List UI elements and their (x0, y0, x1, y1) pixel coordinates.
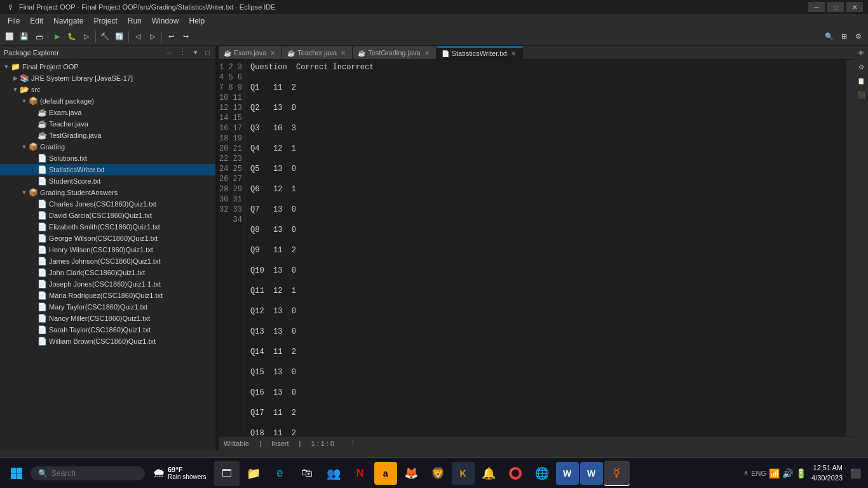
tab-close-statistics[interactable]: ✕ (510, 50, 517, 57)
tree-item-william[interactable]: 📄 William Brown(CSC1860)Quiz1.txt (0, 336, 215, 347)
tab-exam[interactable]: ☕ Exam.java ✕ (219, 46, 282, 59)
clock[interactable]: 12:51 AM 4/30/2023 (811, 463, 843, 483)
tree-item-james[interactable]: 📄 James Johnson(CSC1860)Quiz1.txt (0, 255, 215, 267)
tab-close-exam[interactable]: ✕ (269, 50, 276, 57)
tree-icon-nancy: 📄 (37, 314, 47, 323)
menu-window[interactable]: Window (147, 15, 184, 27)
code-editor[interactable]: Question Correct Incorrect Q1 11 2 Q2 13… (245, 60, 846, 436)
menu-help[interactable]: Help (184, 15, 210, 27)
taskbar-app-word[interactable]: W (556, 462, 579, 485)
settings-button[interactable]: ⚙ (851, 30, 865, 44)
layout-button[interactable]: ⊞ (837, 30, 851, 44)
tree-item-solutions-txt[interactable]: 📄 Solutions.txt (0, 152, 215, 164)
tree-item-charles[interactable]: 📄 Charles Jones(CSC1860)Quiz1.txt (0, 198, 215, 210)
sidebar-menu-button[interactable]: ⋮ (177, 48, 188, 57)
tab-close-teacher[interactable]: ✕ (339, 50, 347, 57)
search-toolbar-button[interactable]: 🔍 (822, 30, 836, 44)
volume-icon[interactable]: 🔊 (782, 468, 793, 478)
tree-item-grading[interactable]: ▼ 📦 Grading (0, 141, 215, 152)
debug-button[interactable]: 🐛 (65, 30, 79, 44)
tree-label-mary: Mary Taylor(CSC1860)Quiz1.txt (49, 303, 147, 311)
build-button[interactable]: 🔨 (98, 30, 112, 44)
tree-item-src[interactable]: ▼ 📂 src (0, 84, 215, 95)
tree-icon-joseph: 📄 (37, 280, 47, 288)
editor-scrollbar[interactable] (846, 60, 854, 436)
taskbar-app-store[interactable]: 🛍 (294, 461, 320, 486)
minimize-button[interactable]: ─ (808, 2, 825, 12)
tab-statistics[interactable]: 📄 StatisticsWriter.txt ✕ (437, 46, 523, 59)
tree-item-grading-student[interactable]: ▼ 📦 Grading.StudentAnswers (0, 187, 215, 198)
tree-item-george[interactable]: 📄 George Wilson(CSC1860)Quiz1.txt (0, 233, 215, 244)
tree-item-statistics-txt[interactable]: 📄 StatisticsWriter.txt (0, 164, 215, 175)
run-ext-button[interactable]: ▷ (79, 30, 93, 44)
battery-icon[interactable]: 🔋 (796, 468, 806, 478)
taskbar-app-chrome[interactable]: ⭕ (503, 461, 528, 486)
tree-item-final-project[interactable]: ▼ 📁 Final Project OOP (0, 61, 215, 72)
refresh-button[interactable]: 🔄 (112, 30, 126, 44)
line-4: Q3 10 3 (250, 123, 841, 133)
taskbar-app-firefox[interactable]: 🦊 (398, 461, 424, 486)
sidebar-collapse-button[interactable]: ▾ (192, 48, 200, 57)
show-hidden-icon[interactable]: ∧ (743, 469, 749, 477)
maximize-button[interactable]: □ (827, 2, 844, 12)
close-button[interactable]: ✕ (846, 2, 863, 12)
sidebar-maximize-button[interactable]: □ (203, 48, 212, 57)
taskbar-app-notify[interactable]: 🔔 (476, 461, 501, 486)
forward-button[interactable]: ▷ (146, 30, 159, 44)
gutter-btn-4[interactable]: ⬛ (854, 88, 868, 102)
save-button[interactable]: 💾 (17, 30, 31, 44)
tab-testgrading[interactable]: ☕ TestGrading.java ✕ (353, 46, 437, 59)
tree-item-jre[interactable]: ▶ 📚 JRE System Library [JavaSE-17] (0, 72, 215, 84)
tree-item-mary[interactable]: 📄 Mary Taylor(CSC1860)Quiz1.txt (0, 301, 215, 313)
run-button[interactable]: ▶ (50, 30, 64, 44)
taskbar-app-amazon[interactable]: a (374, 462, 397, 485)
taskbar-app-brave[interactable]: 🦁 (425, 461, 451, 486)
tab-close-testgrading[interactable]: ✕ (423, 50, 431, 57)
taskbar-app-desktop[interactable]: 🗔 (214, 461, 240, 486)
tree-item-studentscore-txt[interactable]: 📄 StudentScore.txt (0, 175, 215, 187)
menu-navigate[interactable]: Navigate (48, 15, 88, 27)
tree-item-john[interactable]: 📄 John Clark(CSC1860)Quiz1.txt (0, 267, 215, 278)
tree-item-teacher-java[interactable]: ☕ Teacher.java (0, 118, 215, 130)
sidebar-minimize-button[interactable]: ─ (165, 48, 174, 57)
taskbar-app-kindle[interactable]: K (452, 462, 475, 485)
taskbar-app-netflix[interactable]: N (348, 461, 373, 486)
tree-item-david[interactable]: 📄 David Garcia(CSC1860)Quiz1.txt (0, 210, 215, 221)
tree-label-statistics-txt: StatisticsWriter.txt (49, 166, 104, 173)
tree-item-sarah[interactable]: 📄 Sarah Taylor(CSC1860)Quiz1.txt (0, 324, 215, 336)
tree-item-joseph[interactable]: 📄 Joseph Jones(CSC1860)Quiz1-1.txt (0, 278, 215, 290)
taskbar-app-teams[interactable]: 👥 (321, 461, 346, 486)
menu-file[interactable]: File (3, 15, 25, 27)
start-button[interactable] (5, 462, 28, 485)
menu-project[interactable]: Project (88, 15, 122, 27)
taskbar-app-edge2[interactable]: 🌐 (529, 461, 555, 486)
tab-teacher[interactable]: ☕ Teacher.java ✕ (282, 46, 353, 59)
tree-item-exam-java[interactable]: ☕ Exam.java (0, 107, 215, 118)
tree-item-testgrading-java[interactable]: ☕ TestGrading.java (0, 130, 215, 141)
prev-edit-button[interactable]: ↩ (164, 30, 178, 44)
tree-item-elizabeth[interactable]: 📄 Elizabeth Smith(CSC1860)Quiz1.txt (0, 221, 215, 233)
tree-item-nancy[interactable]: 📄 Nancy Miller(CSC1860)Quiz1.txt (0, 313, 215, 324)
menu-edit[interactable]: Edit (25, 15, 48, 27)
tree-item-henry[interactable]: 📄 Henry Wilson(CSC1860)Quiz1.txt (0, 244, 215, 255)
save-all-button[interactable]: 🗃 (32, 30, 46, 44)
taskbar-app-word2[interactable]: W (580, 462, 603, 485)
next-edit-button[interactable]: ↪ (179, 30, 193, 44)
gutter-btn-3[interactable]: 📋 (854, 74, 868, 88)
search-input[interactable] (51, 469, 115, 478)
gutter-btn-1[interactable]: 👁 (854, 46, 868, 60)
more-options[interactable]: ⋮ (349, 439, 356, 447)
wifi-icon[interactable]: 📶 (769, 468, 780, 478)
taskbar-search[interactable]: 🔍 (31, 466, 145, 480)
back-button[interactable]: ◁ (131, 30, 145, 44)
gutter-btn-2[interactable]: ⚙ (854, 60, 868, 74)
taskbar-app-eclipse[interactable]: ☿ (604, 461, 630, 486)
new-button[interactable]: ⬜ (3, 30, 17, 44)
tree-item-maria[interactable]: 📄 Maria Rodriguez(CSC1860)Quiz1.txt (0, 290, 215, 301)
taskbar-app-edge[interactable]: e (268, 461, 293, 486)
taskbar-app-files[interactable]: 📁 (241, 461, 266, 486)
tree-item-default-pkg[interactable]: ▼ 📦 (default package) (0, 95, 215, 107)
menu-run[interactable]: Run (123, 15, 147, 27)
lang-icon[interactable]: ENG (751, 470, 766, 477)
notification-button[interactable]: ⬛ (848, 466, 863, 481)
